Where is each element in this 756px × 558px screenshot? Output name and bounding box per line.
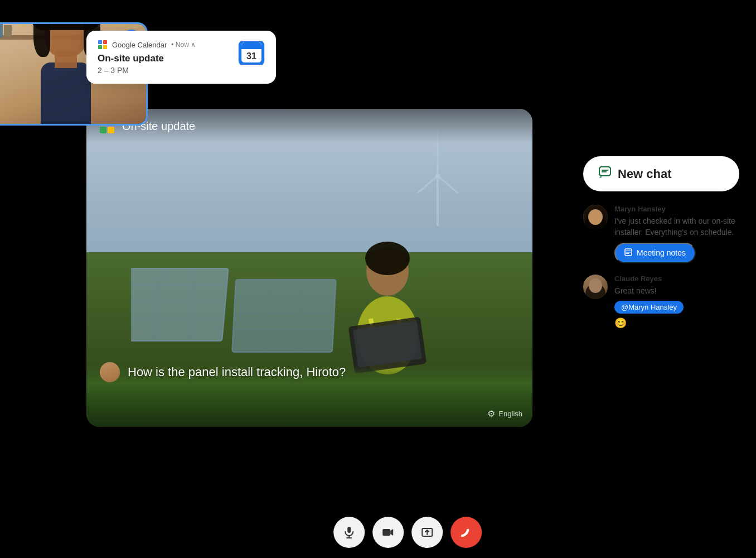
maryn-message-body: Maryn Hansley I've just checked in with … [614,205,739,263]
person-hiroto [332,213,443,382]
maryn-name: Maryn Hansley [614,205,739,213]
maryn-avatar [583,205,608,229]
notification-source: Google Calendar [112,41,167,49]
maryn-text: I've just checked in with our on-site in… [614,215,739,238]
notification-content: Google Calendar • Now ∧ On-site update 2… [98,40,230,75]
svg-point-30 [365,242,410,275]
svg-rect-4 [103,45,107,49]
new-chat-icon [599,166,611,181]
svg-line-23 [418,176,438,193]
svg-rect-7 [241,46,261,49]
svg-text:31: 31 [246,51,256,61]
notification-header: Google Calendar • Now ∧ [98,40,230,50]
calendar-badge: 31 [238,40,265,66]
chat-message-maryn: Maryn Hansley I've just checked in with … [583,205,739,263]
svg-rect-15 [232,280,336,352]
caption-bar: How is the panel install tracking, Hirot… [86,362,532,382]
caption-avatar [100,362,120,382]
language-indicator: ⚙ English [487,408,522,419]
notification-title: On-site update [98,53,230,64]
solar-panels [131,235,365,360]
language-label: English [498,410,522,418]
present-button[interactable] [411,517,443,548]
claude-avatar [583,275,608,299]
new-chat-button[interactable]: New chat [583,156,739,191]
book2 [0,24,3,37]
video-call-frame: On-site update ⚙ English How is the pane… [86,109,532,427]
svg-point-25 [435,174,440,178]
svg-rect-3 [98,45,102,49]
chat-message-claude: Claude Reyes Great news! @Maryn Hansley … [583,275,739,329]
chat-panel: New chat Maryn Hansley I've just checked… [583,156,739,340]
svg-rect-1 [98,40,102,44]
camera-button[interactable] [372,517,404,548]
new-chat-label: New chat [618,167,672,181]
gcal-icon [98,40,108,50]
meet-header: On-site update [86,109,532,143]
svg-rect-2 [103,40,107,44]
reaction-emoji: 😊 [614,317,684,329]
meeting-notes-label: Meeting notes [637,248,686,257]
svg-rect-9 [131,268,229,341]
caption-text: How is the panel install tracking, Hirot… [128,365,346,379]
notification-time: • Now ∧ [171,41,196,49]
svg-rect-36 [347,527,351,533]
claude-name: Claude Reyes [614,275,684,283]
end-call-button[interactable] [450,517,482,548]
claude-message-body: Claude Reyes Great news! @Maryn Hansley … [614,275,684,329]
claude-text: Great news! [614,285,684,296]
mention-tag: @Maryn Hansley [614,301,684,314]
settings-icon: ⚙ [487,408,495,419]
mic-button[interactable] [333,517,365,548]
notification-subtitle: 2 – 3 PM [98,66,230,75]
notes-icon [624,248,632,258]
meeting-notes-chip[interactable]: Meeting notes [614,243,696,263]
svg-rect-39 [382,529,390,536]
svg-line-24 [438,176,457,193]
control-bar [333,517,482,548]
notification-card: Google Calendar • Now ∧ On-site update 2… [86,31,276,84]
